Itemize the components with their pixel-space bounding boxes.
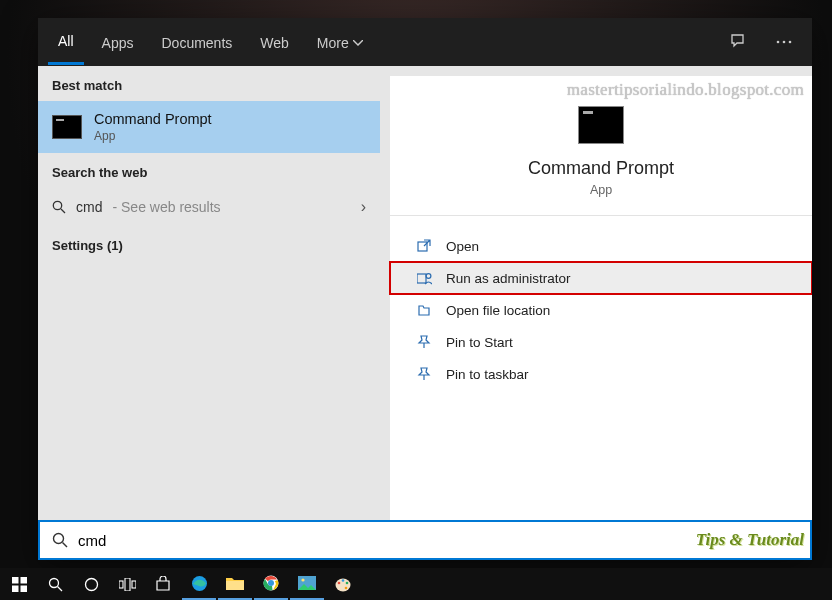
start-button[interactable]: [2, 568, 36, 600]
svg-rect-17: [119, 581, 123, 588]
search-taskbar-icon[interactable]: [38, 568, 72, 600]
cortana-icon[interactable]: [74, 568, 108, 600]
results-list: Best match Command Prompt App Search the…: [38, 66, 380, 520]
see-web-results: - See web results: [112, 199, 220, 215]
action-run-as-administrator[interactable]: Run as administrator: [390, 262, 812, 294]
search-tabs: All Apps Documents Web More: [38, 18, 812, 66]
admin-icon: [416, 270, 432, 286]
task-view-icon[interactable]: [110, 568, 144, 600]
svg-point-3: [53, 201, 61, 209]
svg-point-1: [783, 41, 786, 44]
search-web-label: Search the web: [38, 153, 380, 188]
svg-rect-10: [12, 577, 19, 584]
svg-line-9: [63, 543, 68, 548]
action-pin-to-start[interactable]: Pin to Start: [390, 326, 812, 358]
feedback-icon[interactable]: [720, 33, 758, 51]
details-pane: mastertipsorialindo.blogspot.com Command…: [390, 76, 812, 520]
file-explorer-icon[interactable]: [218, 568, 252, 600]
tab-all[interactable]: All: [48, 19, 84, 65]
svg-rect-13: [20, 585, 27, 592]
pin-icon: [416, 334, 432, 350]
tab-apps[interactable]: Apps: [92, 21, 144, 64]
search-bar[interactable]: Tips & Tutorial: [38, 520, 812, 560]
svg-point-30: [344, 586, 347, 589]
svg-line-15: [57, 586, 62, 591]
svg-point-14: [49, 578, 58, 587]
action-pin-start-label: Pin to Start: [446, 335, 513, 350]
action-pin-to-taskbar[interactable]: Pin to taskbar: [390, 358, 812, 390]
tab-more[interactable]: More: [307, 21, 373, 64]
search-input[interactable]: [78, 532, 798, 549]
svg-point-2: [789, 41, 792, 44]
tab-web[interactable]: Web: [250, 21, 299, 64]
app-title: Command Prompt: [528, 158, 674, 179]
pin-icon: [416, 366, 432, 382]
start-search-window: All Apps Documents Web More Best match C…: [38, 18, 812, 560]
svg-rect-21: [226, 581, 244, 590]
web-result[interactable]: cmd - See web results ›: [38, 188, 380, 226]
svg-point-27: [337, 581, 340, 584]
svg-rect-18: [125, 578, 130, 591]
action-open[interactable]: Open: [390, 230, 812, 262]
action-pin-taskbar-label: Pin to taskbar: [446, 367, 529, 382]
svg-rect-19: [132, 581, 136, 588]
web-query-text: cmd: [76, 199, 102, 215]
action-open-loc-label: Open file location: [446, 303, 550, 318]
result-title: Command Prompt: [94, 111, 212, 127]
action-open-label: Open: [446, 239, 479, 254]
edge-icon[interactable]: [182, 568, 216, 600]
open-icon: [416, 238, 432, 254]
svg-line-4: [61, 209, 65, 213]
svg-point-16: [85, 578, 97, 590]
action-run-admin-label: Run as administrator: [446, 271, 571, 286]
tab-more-label: More: [317, 35, 349, 51]
app-subtitle: App: [590, 183, 612, 197]
cmd-icon: [52, 115, 82, 139]
taskbar: [0, 568, 832, 600]
gallery-icon[interactable]: [290, 568, 324, 600]
search-body: Best match Command Prompt App Search the…: [38, 66, 812, 520]
svg-point-28: [341, 579, 344, 582]
cmd-icon-large: [578, 106, 624, 144]
more-options-icon[interactable]: [766, 40, 802, 44]
svg-rect-5: [418, 242, 427, 251]
chrome-icon[interactable]: [254, 568, 288, 600]
svg-point-25: [301, 578, 304, 581]
chevron-right-icon: ›: [361, 198, 366, 216]
app-hero: Command Prompt App: [390, 76, 812, 216]
svg-point-23: [268, 580, 274, 586]
settings-label[interactable]: Settings (1): [38, 226, 380, 261]
svg-rect-11: [20, 577, 27, 584]
tab-documents[interactable]: Documents: [151, 21, 242, 64]
app-actions: Open Run as administrator Open file loca…: [390, 216, 812, 404]
best-match-result[interactable]: Command Prompt App: [38, 101, 380, 153]
best-match-label: Best match: [38, 66, 380, 101]
search-icon: [52, 532, 68, 548]
paint-icon[interactable]: [326, 568, 360, 600]
store-icon[interactable]: [146, 568, 180, 600]
svg-point-8: [54, 534, 64, 544]
chevron-down-icon: [353, 40, 363, 46]
action-open-file-location[interactable]: Open file location: [390, 294, 812, 326]
svg-point-0: [777, 41, 780, 44]
svg-point-29: [345, 581, 348, 584]
search-icon: [52, 200, 66, 214]
best-match-text: Command Prompt App: [94, 111, 212, 143]
folder-icon: [416, 302, 432, 318]
svg-point-7: [426, 274, 431, 279]
svg-rect-12: [12, 585, 19, 592]
svg-rect-6: [417, 274, 426, 283]
result-subtitle: App: [94, 129, 212, 143]
